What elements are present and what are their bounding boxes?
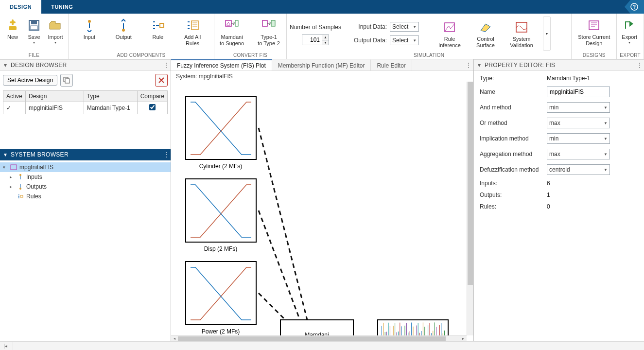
collapse-design-browser[interactable]: ▾ (2, 62, 9, 69)
tree-expand-icon: ▾ (3, 165, 8, 170)
type1-to-type2-button[interactable]: Type-1 to Type-2 (254, 16, 283, 47)
num-samples-spinner[interactable]: ▲▼ (302, 35, 329, 45)
svg-rect-13 (271, 20, 275, 26)
prop-imp-select[interactable]: min▼ (547, 133, 610, 144)
design-browser-menu[interactable]: ⋮ (163, 62, 170, 69)
tree-rules[interactable]: Rules (0, 192, 171, 201)
design-browser-title: DESIGN BROWSER (11, 62, 67, 69)
footer-nav-button[interactable]: |◂ (0, 343, 11, 349)
rule-inference-button[interactable]: Rule Inference (435, 18, 464, 49)
spin-up[interactable]: ▲ (322, 35, 329, 40)
tab-mf-editor[interactable]: Membership Function (MF) Editor (272, 59, 371, 70)
svg-rect-5 (31, 26, 37, 30)
chevron-down-icon: ▼ (604, 152, 608, 157)
help-button[interactable]: ? (625, 0, 644, 14)
chevron-down-icon: ▼ (604, 121, 608, 125)
system-browser-menu[interactable]: ⋮ (163, 151, 170, 158)
svg-text:Power (2 MFs): Power (2 MFs) (202, 328, 240, 335)
tree-root[interactable]: ▾ mpgInitialFIS (0, 162, 171, 172)
set-active-design-button[interactable]: Set Active Design (3, 75, 57, 86)
system-browser-title: SYSTEM BROWSER (11, 151, 69, 158)
new-icon (6, 18, 19, 32)
prop-agg-select[interactable]: max▼ (547, 149, 610, 159)
add-output-button[interactable]: Output (114, 16, 134, 41)
new-button[interactable]: New (3, 16, 22, 41)
tab-rule-editor[interactable]: Rule Editor (371, 59, 412, 70)
add-input-button[interactable]: Input (80, 16, 99, 41)
horizontal-scrollbar[interactable]: ◂ ▸ (171, 335, 467, 341)
collapse-system-browser[interactable]: ▾ (2, 151, 9, 158)
property-editor-menu[interactable]: ⋮ (636, 62, 643, 69)
vertical-scrollbar[interactable] (467, 82, 473, 335)
prop-defuzz-select[interactable]: centroid▼ (547, 164, 610, 175)
chevron-down-icon: ▼ (604, 168, 608, 172)
prop-rules-value: 0 (547, 203, 550, 210)
scroll-left-icon[interactable]: ◂ (171, 336, 178, 341)
compare-checkbox[interactable] (149, 104, 156, 110)
simulation-more-button[interactable]: ▾ (543, 17, 551, 51)
scroll-right-icon[interactable]: ▸ (460, 336, 467, 341)
col-design[interactable]: Design (26, 91, 84, 102)
prop-and-select[interactable]: min▼ (547, 102, 610, 113)
col-active[interactable]: Active (3, 91, 26, 102)
help-icon: ? (630, 3, 638, 11)
svg-text:?: ? (633, 4, 636, 10)
svg-point-7 (122, 29, 125, 32)
svg-point-6 (88, 20, 91, 23)
svg-text:Disp (2 MFs): Disp (2 MFs) (204, 245, 238, 252)
fis-diagram[interactable]: Cylinder (2 MFs) Disp (2 MFs) Power (2 M… (171, 82, 463, 341)
svg-text:Cylinder (2 MFs): Cylinder (2 MFs) (199, 163, 243, 170)
num-samples-input[interactable] (302, 35, 322, 45)
num-samples-label: Number of Samples (290, 24, 341, 31)
prop-type-value: Mamdani Type-1 (547, 75, 590, 82)
plot-title: System: mpgInitialFIS (176, 73, 233, 80)
copy-design-button[interactable] (60, 74, 73, 87)
control-surface-button[interactable]: Control Surface (471, 18, 500, 49)
prop-or-label: Or method (480, 120, 543, 126)
add-rule-button[interactable]: Rule (148, 16, 168, 41)
tab-design[interactable]: DESIGN (0, 0, 41, 14)
prop-outputs-value: 1 (547, 192, 550, 198)
svg-rect-16 (589, 21, 599, 30)
ribbon-group-add: ADD COMPONENTS (71, 52, 211, 58)
input-data-select[interactable]: Select▼ (390, 22, 419, 32)
tab-tuning[interactable]: TUNING (41, 0, 83, 14)
tree-inputs[interactable]: ▸ Inputs (0, 172, 171, 182)
prop-type-label: Type: (480, 75, 543, 82)
ribbon-group-designs: DESIGNS (574, 52, 613, 58)
prop-or-select[interactable]: max▼ (547, 118, 610, 128)
prop-name-input[interactable] (547, 87, 610, 97)
import-button[interactable]: Import ▾ (46, 16, 65, 46)
delete-design-button[interactable] (155, 74, 168, 87)
center-tabs-menu[interactable]: ⋮ (464, 59, 473, 70)
rules-icon (17, 193, 24, 199)
prop-outputs-label: Outputs: (480, 192, 543, 198)
svg-point-20 (19, 174, 21, 176)
mamdani-to-sugeno-button[interactable]: Mamdani to Sugeno (217, 16, 246, 47)
output-data-select[interactable]: Select▼ (390, 35, 419, 45)
store-design-button[interactable]: Store Current Design (574, 16, 613, 47)
tree-outputs[interactable]: ▸ Outputs (0, 182, 171, 192)
rules-icon (186, 20, 199, 31)
prop-name-label: Name (480, 88, 543, 95)
ribbon-group-simulation: SIMULATION (290, 52, 568, 58)
col-compare[interactable]: Compare (137, 91, 167, 102)
export-button[interactable]: Export ▾ (620, 16, 639, 46)
svg-rect-25 (186, 179, 256, 242)
svg-rect-18 (65, 79, 70, 83)
collapse-prop-editor[interactable]: ▾ (476, 62, 483, 69)
col-type[interactable]: Type (84, 91, 137, 102)
tab-fis-plot[interactable]: Fuzzy Inference System (FIS) Plot (171, 59, 272, 70)
output-data-label: Output Data: (348, 37, 387, 44)
prop-imp-label: Implication method (480, 135, 543, 142)
tree-expand-icon: ▸ (10, 175, 15, 179)
delete-icon (157, 76, 165, 84)
input-data-label: Input Data: (348, 23, 387, 30)
save-button[interactable]: Save ▾ (24, 16, 44, 46)
system-validation-button[interactable]: System Validation (507, 18, 536, 49)
spin-down[interactable]: ▼ (322, 40, 329, 45)
convert-mamdani-icon (225, 19, 239, 31)
table-row[interactable]: ✓ mpgInitialFIS Mamdani Type-1 (3, 102, 168, 114)
property-editor-title: PROPERTY EDITOR: FIS (485, 62, 555, 69)
add-all-rules-button[interactable]: Add All Rules (182, 16, 203, 47)
